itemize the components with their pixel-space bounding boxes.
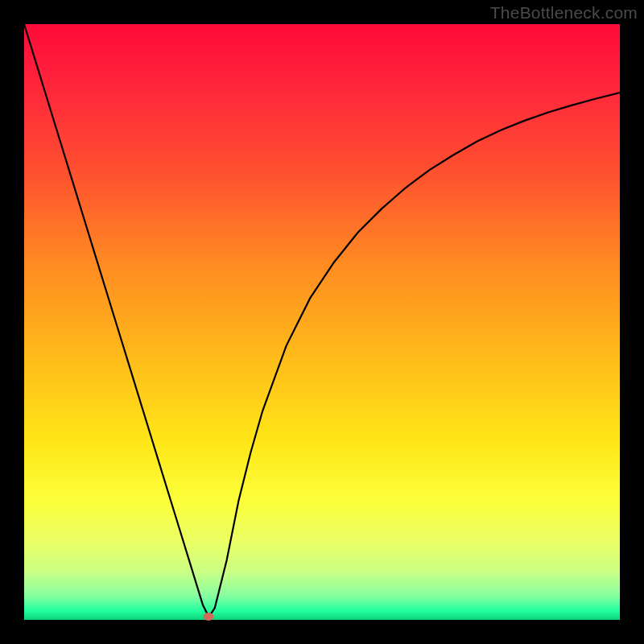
curve-layer	[24, 24, 620, 620]
plot-area	[24, 24, 620, 620]
chart-frame: TheBottleneck.com	[0, 0, 644, 644]
minimum-marker	[204, 613, 214, 621]
watermark-text: TheBottleneck.com	[490, 3, 638, 23]
bottleneck-curve	[24, 24, 620, 617]
